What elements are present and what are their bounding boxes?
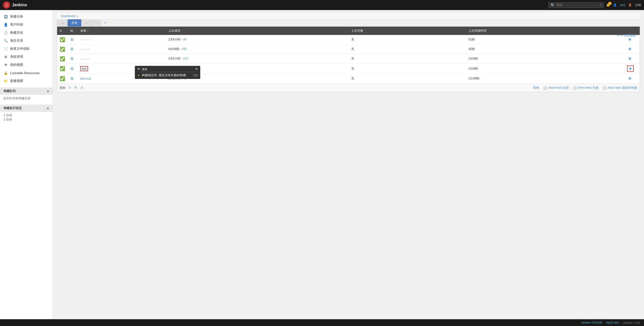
tab-3[interactable]: ···	[91, 20, 101, 26]
sidebar-item-my-views[interactable]: 👁 我的视图	[0, 61, 53, 69]
sidebar-item-lockable-resources[interactable]: 🔒 Lockable Resources	[0, 69, 53, 77]
atom-feed-fail-link[interactable]: ⬜ Atom feed 失败	[573, 86, 598, 90]
logout-button[interactable]: 注销	[635, 3, 641, 7]
icon-label: 图标	[60, 86, 66, 90]
tabs-row: ···· 所有 ··· ··· +	[57, 19, 640, 26]
sidebar-label-my-views: 我的视图	[10, 63, 23, 67]
system-mgmt-icon: ⚙	[4, 55, 8, 59]
cell-name-2: ············	[78, 54, 166, 64]
sidebar-label-new-task: 新建任务	[10, 14, 23, 19]
page-footer: Jenkins 中文社区 REST API Jenkins 2.316	[0, 319, 644, 326]
last-success-link-2[interactable]: #17	[183, 57, 188, 60]
notification-bell[interactable]: 🔔 1	[606, 3, 610, 7]
weather-icon-0[interactable]: ⚙	[70, 37, 74, 42]
atom-feed-all-link[interactable]: ⬜ Atom feed 全部	[543, 86, 569, 90]
cell-last-fail-3: 无	[349, 64, 466, 74]
status-icon-4: ✅	[60, 76, 65, 81]
schedule-icon-3[interactable]	[627, 65, 634, 72]
size-large-btn[interactable]: 大	[80, 86, 84, 90]
footer-rest-api-link[interactable]: REST API	[607, 321, 619, 324]
logout-icon: 🚪	[628, 3, 632, 7]
header-s: S	[57, 27, 68, 35]
job-name-link-2[interactable]: ············	[80, 57, 90, 61]
user-list-icon: 👤	[4, 22, 8, 27]
schedule-icon-1[interactable]	[627, 46, 633, 52]
rss-fail-icon: ⬜	[573, 86, 577, 90]
size-small-btn[interactable]: 小	[68, 86, 72, 90]
navbar: Jenkins 🔍 ? 🔔 1 👤 root 🚪 注销	[0, 0, 644, 10]
cell-last-duration-0: 52秒	[466, 35, 625, 44]
size-medium-btn[interactable]: 中	[74, 86, 78, 90]
check-file-icon: 📄	[4, 46, 8, 51]
tab-placeholder-1[interactable]: ····	[57, 20, 68, 26]
weather-icon-4[interactable]: ⚙	[70, 76, 74, 81]
search-input[interactable]	[556, 3, 598, 7]
cell-weather-4[interactable]: ⚙	[68, 74, 78, 83]
sidebar-item-user-list[interactable]: 👤 用户列表	[0, 21, 53, 29]
weather-icon-3[interactable]: ⚙	[70, 67, 74, 71]
last-success-link-1[interactable]: #32	[182, 47, 187, 51]
tab-add-button[interactable]: +	[101, 19, 109, 26]
cell-status-4: ✅	[57, 74, 68, 83]
atom-feed-all-label: Atom feed 全部	[548, 86, 569, 90]
cell-weather-0[interactable]: ⚙	[68, 35, 78, 44]
sidebar-item-new-task[interactable]: 🆕 新建任务	[0, 13, 53, 21]
add-view-button[interactable]: ✏ ✏ 添加视图	[617, 33, 636, 38]
job-name-link-3[interactable]: tool	[80, 66, 88, 71]
last-success-link-0[interactable]: #6	[183, 38, 186, 41]
tooltip-row-pct: 100	[193, 74, 198, 77]
cell-name-1: ············	[78, 44, 166, 54]
cell-last-duration-4: 1分40秒	[466, 74, 625, 83]
tab-2-label: ···	[85, 21, 88, 25]
weather-tooltip: W 描述 % ✦ 构建稳定性: 最近没有失败的构建。 100	[135, 66, 200, 79]
footer-version: Jenkins 2.316	[623, 321, 640, 324]
cell-action-2	[625, 54, 640, 64]
new-task-icon: 🆕	[4, 14, 8, 19]
main-layout: 🆕 新建任务 👤 用户列表 🕐 构建历史 🔍 项目关系 📄 检查文件指纹 ⚙ 系…	[0, 10, 644, 326]
job-name-link-0[interactable]: ············	[80, 38, 90, 41]
weather-icon-1[interactable]: ⚙	[70, 47, 74, 51]
schedule-icon-4[interactable]	[627, 76, 633, 81]
footer-community-link[interactable]: Jenkins 中文社区	[581, 321, 602, 324]
cell-weather-3[interactable]: ⚙	[68, 64, 78, 74]
sidebar-item-project-relations[interactable]: 🔍 项目关系	[0, 37, 53, 45]
status-icon-2: ✅	[60, 56, 65, 61]
user-link[interactable]: root	[620, 3, 625, 7]
sidebar-item-build-history[interactable]: 🕐 构建历史	[0, 29, 53, 37]
sidebar-item-check-file[interactable]: 📄 检查文件指纹	[0, 45, 53, 53]
table-footer-right: 图例 ⬜ Atom feed 全部 ⬜ Atom feed 失败 ⬜ Atom …	[533, 86, 637, 90]
job-name-link-4[interactable]: tool-vue	[80, 77, 91, 80]
sidebar-item-system-mgmt[interactable]: ⚙ 系统管理	[0, 53, 53, 61]
build-queue-header[interactable]: 构建队列 ∧	[0, 87, 53, 95]
sidebar-label-user-list: 用户列表	[10, 22, 23, 27]
cell-last-success-1: 4分54秒 · #32	[166, 44, 349, 54]
legend-link[interactable]: 图例	[533, 86, 539, 90]
tooltip-row-desc: 构建稳定性: 最近没有失败的构建。	[142, 73, 189, 77]
breadcrumb-dashboard[interactable]: Dashboard	[61, 14, 76, 18]
atom-feed-latest-link[interactable]: ⬜ Atom feed 最新的构建	[602, 86, 637, 90]
add-view-icon: ✏	[617, 34, 620, 37]
table-header-row: S W 名称 ↑ 上次成功 上次失败 上次持续时间	[57, 27, 640, 35]
content-area: Dashboard › ✏ ✏ 添加视图 ···· 所有 ···	[53, 10, 644, 326]
job-name-link-1[interactable]: ············	[80, 48, 90, 51]
sidebar-label-new-view: 新建视图	[10, 79, 23, 83]
build-queue-section: 构建队列 ∧ 队列中没有构建任务	[0, 87, 53, 102]
tab-2[interactable]: ···	[81, 20, 91, 26]
sidebar: 🆕 新建任务 👤 用户列表 🕐 构建历史 🔍 项目关系 📄 检查文件指纹 ⚙ 系…	[0, 10, 53, 326]
tooltip-header: W 描述 %	[137, 67, 198, 72]
sidebar-item-new-view[interactable]: 📁 新建视图	[0, 77, 53, 85]
build-exec-header[interactable]: 构建执行状态 ∧	[0, 105, 53, 112]
my-views-icon: 👁	[4, 63, 8, 67]
build-exec-item-2: 2 空闲	[4, 118, 49, 122]
cell-weather-2[interactable]: ⚙	[68, 54, 78, 64]
weather-icon-2[interactable]: ⚙	[70, 57, 74, 61]
sidebar-label-lockable-resources: Lockable Resources	[10, 71, 40, 75]
cell-weather-1[interactable]: ⚙	[68, 44, 78, 54]
add-view-label: ✏ 添加视图	[621, 33, 636, 38]
cell-last-fail-2: 无	[349, 54, 466, 64]
tab-all[interactable]: 所有	[68, 19, 81, 26]
schedule-icon-2[interactable]	[627, 56, 633, 61]
svg-point-0	[4, 3, 9, 7]
status-icon-1: ✅	[60, 47, 65, 52]
table-footer: 图标 小 中 大 图例 ⬜ Atom feed 全部 ⬜ Atom f	[57, 83, 640, 92]
